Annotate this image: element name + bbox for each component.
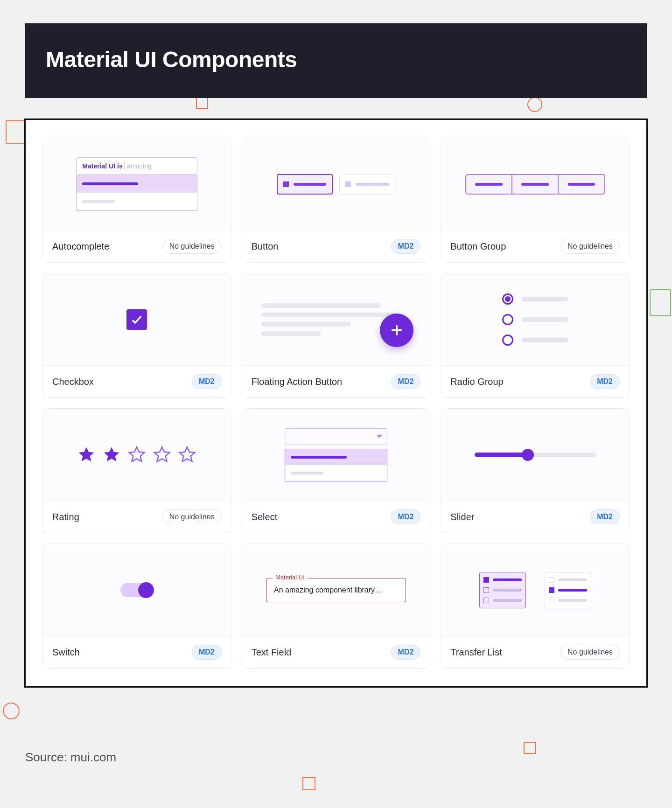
badge-md2: MD2 xyxy=(192,645,222,660)
badge-no-guidelines: No guidelines xyxy=(162,509,222,524)
star-filled-icon xyxy=(77,446,96,464)
badge-no-guidelines: No guidelines xyxy=(560,239,620,254)
card-checkbox[interactable]: Checkbox MD2 xyxy=(42,273,231,398)
card-title: Radio Group xyxy=(450,376,503,387)
preview-button-group xyxy=(441,138,629,230)
switch-thumb-icon xyxy=(138,582,154,598)
preview-slider xyxy=(441,409,629,501)
deco-square xyxy=(302,777,315,790)
star-empty-icon xyxy=(178,446,196,464)
preview-button xyxy=(242,138,430,230)
radio-unselected-icon xyxy=(502,334,513,346)
preview-autocomplete: Material UI is amazing xyxy=(43,138,231,230)
card-button[interactable]: Button MD2 xyxy=(242,138,431,263)
checkbox-checked-icon xyxy=(126,309,147,330)
card-rating[interactable]: Rating No guidelines xyxy=(42,408,231,533)
deco-green xyxy=(650,289,671,316)
card-title: Button xyxy=(252,241,279,252)
preview-text-field: Material UI An amazing component library… xyxy=(242,544,430,636)
fab-button-icon xyxy=(380,313,413,347)
card-title: Transfer List xyxy=(450,647,502,658)
card-title: Floating Action Button xyxy=(252,376,343,387)
header: Material UI Components xyxy=(25,23,647,98)
radio-unselected-icon xyxy=(502,314,513,325)
source-caption: Source: mui.com xyxy=(25,750,116,765)
text-field-value: An amazing component library… xyxy=(266,578,406,602)
page-title: Material UI Components xyxy=(46,47,626,72)
card-autocomplete[interactable]: Material UI is amazing Autocomplete No g… xyxy=(42,138,231,263)
preview-switch xyxy=(43,544,231,636)
card-title: Switch xyxy=(52,647,80,658)
preview-radio xyxy=(441,273,629,366)
star-empty-icon xyxy=(127,446,146,464)
autocomplete-suggest-text: amazing xyxy=(127,162,152,170)
badge-no-guidelines: No guidelines xyxy=(560,645,620,660)
badge-md2: MD2 xyxy=(391,509,421,524)
preview-select xyxy=(242,409,430,501)
card-title: Rating xyxy=(52,512,79,522)
card-radio[interactable]: Radio Group MD2 xyxy=(441,273,630,398)
deco-circle xyxy=(527,97,542,112)
card-slider[interactable]: Slider MD2 xyxy=(441,408,630,533)
autocomplete-input-text: Material UI is xyxy=(82,162,122,170)
preview-rating xyxy=(43,409,231,501)
card-title: Autocomplete xyxy=(52,241,109,252)
deco-circle xyxy=(3,703,20,719)
dropdown-caret-icon xyxy=(377,435,382,438)
preview-fab xyxy=(242,273,430,366)
card-switch[interactable]: Switch MD2 xyxy=(42,543,231,669)
card-text-field[interactable]: Material UI An amazing component library… xyxy=(242,543,431,669)
card-transfer-list[interactable]: Transfer List No guidelines xyxy=(441,543,630,669)
preview-transfer-list xyxy=(441,544,629,636)
text-field-label: Material UI xyxy=(273,574,308,581)
card-title: Checkbox xyxy=(52,376,94,387)
deco-square xyxy=(524,742,536,754)
badge-md2: MD2 xyxy=(192,374,222,389)
badge-md2: MD2 xyxy=(391,239,421,254)
badge-md2: MD2 xyxy=(590,374,620,389)
slider-thumb-icon xyxy=(522,449,534,461)
card-title: Button Group xyxy=(450,241,506,252)
badge-md2: MD2 xyxy=(391,374,421,389)
badge-md2: MD2 xyxy=(590,509,620,524)
card-fab[interactable]: Floating Action Button MD2 xyxy=(242,273,431,398)
card-title: Text Field xyxy=(252,647,292,658)
card-title: Slider xyxy=(450,512,474,522)
switch-track-icon xyxy=(120,583,153,597)
star-filled-icon xyxy=(102,446,121,464)
badge-no-guidelines: No guidelines xyxy=(162,239,222,254)
components-panel: Material UI is amazing Autocomplete No g… xyxy=(24,118,648,688)
deco-square xyxy=(196,97,208,109)
preview-checkbox xyxy=(43,273,231,366)
radio-selected-icon xyxy=(502,293,513,305)
text-cursor-icon xyxy=(125,162,125,170)
card-button-group[interactable]: Button Group No guidelines xyxy=(441,138,630,263)
card-select[interactable]: Select MD2 xyxy=(242,408,431,533)
components-grid: Material UI is amazing Autocomplete No g… xyxy=(42,138,630,669)
card-title: Select xyxy=(252,512,278,522)
badge-md2: MD2 xyxy=(391,645,421,660)
star-empty-icon xyxy=(153,446,171,464)
